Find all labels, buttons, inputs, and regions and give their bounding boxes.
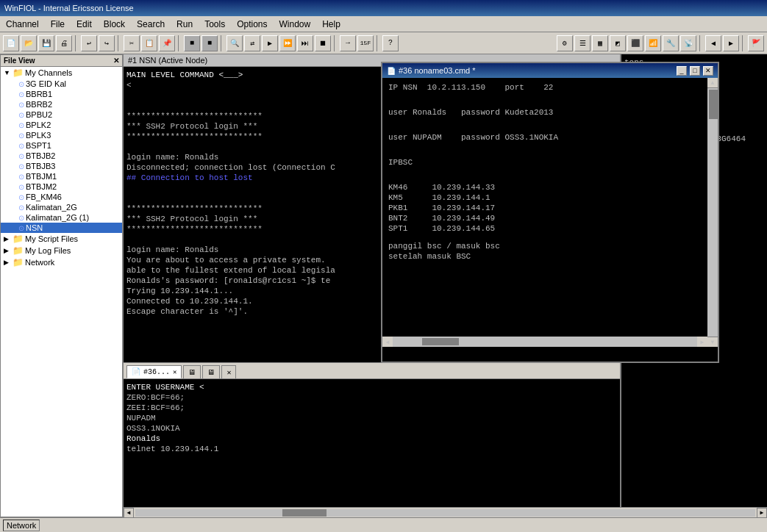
tree-kalimatan-2g-1[interactable]: ⊙ Kalimatan_2G (1) [1, 212, 122, 223]
tb-r7[interactable]: 🔧 [663, 35, 679, 51]
tree-label-bplk2: BPLK2 [26, 121, 51, 129]
tree-bpbu2[interactable]: ⊙ BPBU2 [1, 109, 122, 120]
file-view-header: File View ✕ [1, 55, 122, 67]
main-container: File View ✕ ▼ 📁 My Channels ⊙ 3G EID Kal… [0, 54, 767, 517]
tree-fb-km46[interactable]: ⊙ FB_KM46 [1, 192, 122, 202]
bottom-terminal[interactable]: ENTER USERNAME < ZERO:BCF=66; ZEEI:BCF=6… [124, 378, 620, 507]
tb-r4[interactable]: ◩ [610, 35, 626, 51]
tb-cut[interactable]: ✂ [124, 35, 140, 51]
tree-bplk3[interactable]: ⊙ BPLK3 [1, 130, 122, 140]
file-view-close[interactable]: ✕ [113, 57, 119, 65]
cmd-dialog-titlebar[interactable]: 📄 #36 noname03.cmd * _ □ ✕ [382, 63, 718, 78]
tree-btbjm2[interactable]: ⊙ BTBJM2 [1, 181, 122, 192]
cmd-line-3 [388, 122, 712, 132]
expand-my-channels[interactable]: ▼ [4, 69, 11, 76]
cmd-scroll-thumb[interactable] [709, 90, 719, 119]
hscroll-right-btn[interactable]: ▶ [757, 508, 767, 518]
tree-label-bpbu2: BPBU2 [26, 110, 52, 119]
cmd-close-button[interactable]: ✕ [703, 66, 713, 76]
hscroll-track[interactable] [135, 509, 755, 517]
tb-stop[interactable]: ⏹ [315, 35, 331, 51]
cmd-scrollbar[interactable]: ▲ ▼ [707, 78, 718, 347]
tb-print[interactable]: 🖨 [56, 35, 72, 51]
sep1 [75, 35, 78, 51]
tb-paste[interactable]: 📌 [159, 35, 175, 51]
cmd-restore-button[interactable]: □ [690, 66, 700, 76]
tb-replace[interactable]: ⇄ [244, 35, 260, 51]
cmd-hscroll-thumb[interactable] [422, 338, 459, 345]
folder-icon-logs: 📁 [13, 245, 24, 256]
cmd-minimize-button[interactable]: _ [677, 66, 687, 76]
menu-edit[interactable]: Edit [71, 18, 98, 31]
tb-open[interactable]: 📂 [21, 35, 37, 51]
tab-close-all[interactable]: ✕ [221, 365, 236, 378]
tb-arrow[interactable]: → [340, 35, 356, 51]
menu-tools[interactable]: Tools [199, 18, 231, 31]
menu-options[interactable]: Options [231, 18, 273, 31]
tb-run1[interactable]: ▶ [262, 35, 278, 51]
menu-search[interactable]: Search [131, 18, 171, 31]
cmd-scroll-down[interactable]: ▼ [707, 337, 718, 347]
tb-run3[interactable]: ⏭ [297, 35, 313, 51]
cmd-line-6: IPBSC [388, 157, 712, 168]
channel-icon-8: ⊙ [18, 152, 24, 160]
tb-run2[interactable]: ⏩ [279, 35, 296, 51]
cmd-hscroll-right[interactable]: ▶ [697, 337, 707, 347]
tb-help[interactable]: ? [382, 35, 399, 51]
menu-window[interactable]: Window [274, 18, 317, 31]
tb-arrow-right[interactable]: ▶ [723, 35, 739, 51]
menu-help[interactable]: Help [316, 18, 346, 31]
channel-icon-9: ⊙ [18, 162, 24, 170]
tree-my-channels[interactable]: ▼ 📁 My Channels [1, 67, 122, 79]
tb-copy[interactable]: 📋 [141, 35, 157, 51]
tree-btbjb3[interactable]: ⊙ BTBJB3 [1, 161, 122, 171]
expand-network[interactable]: ▶ [4, 259, 11, 266]
tree-bplk2[interactable]: ⊙ BPLK2 [1, 120, 122, 130]
tb-new[interactable]: 📄 [3, 35, 19, 51]
tb-b2[interactable]: ■ [201, 35, 218, 51]
hscroll-thumb[interactable] [282, 509, 327, 517]
tab-36[interactable]: 📄 #36... ✕ [126, 365, 182, 378]
cmd-line-11: BNT2 10.239.144.49 [388, 213, 712, 223]
tb-r6[interactable]: 📶 [645, 35, 661, 51]
tb-save[interactable]: 💾 [38, 35, 54, 51]
tree-btbjm1[interactable]: ⊙ BTBJM1 [1, 171, 122, 181]
expand-log-files[interactable]: ▶ [4, 247, 11, 254]
h-scrollbar[interactable]: ◀ ▶ [124, 507, 767, 517]
tree-3g-eid-kal[interactable]: ⊙ 3G EID Kal [1, 79, 122, 89]
menu-block[interactable]: Block [98, 18, 131, 31]
tab-monitor-2[interactable]: 🖥 [202, 365, 220, 378]
tb-r3[interactable]: ▦ [592, 35, 608, 51]
tb-arrow-left[interactable]: ◀ [705, 35, 721, 51]
tb-15f[interactable]: 15F [357, 35, 374, 51]
tree-bbrb1[interactable]: ⊙ BBRB1 [1, 89, 122, 99]
menu-run[interactable]: Run [171, 18, 199, 31]
tab-monitor-1[interactable]: 🖥 [183, 365, 201, 378]
tb-r2[interactable]: ☰ [574, 35, 591, 51]
tb-r5[interactable]: ⬛ [627, 35, 643, 51]
tree-network[interactable]: ▶ 📁 Network [1, 256, 122, 268]
tb-redo[interactable]: ↪ [99, 35, 115, 51]
cmd-hscrollbar[interactable]: ◀ ▶ [382, 337, 707, 347]
tree-bspt1[interactable]: ⊙ BSPT1 [1, 140, 122, 151]
tb-undo[interactable]: ↩ [81, 35, 97, 51]
tab-36-close[interactable]: ✕ [173, 368, 176, 376]
menu-file[interactable]: File [45, 18, 71, 31]
tree-my-log-files[interactable]: ▶ 📁 My Log Files [1, 245, 122, 256]
tb-b1[interactable]: ■ [184, 35, 200, 51]
tree-bbrb2[interactable]: ⊙ BBRB2 [1, 99, 122, 109]
menu-channel[interactable]: Channel [0, 18, 45, 31]
cmd-hscroll-left[interactable]: ◀ [382, 337, 393, 347]
tb-r8[interactable]: 📡 [680, 35, 696, 51]
tb-flag[interactable]: 🚩 [748, 35, 764, 51]
tree-kalimatan-2g[interactable]: ⊙ Kalimatan_2G [1, 202, 122, 212]
tree-my-script-files[interactable]: ▶ 📁 My Script Files [1, 233, 122, 245]
tree-nsn[interactable]: ⊙ NSN [1, 223, 122, 233]
cmd-scroll-up[interactable]: ▲ [707, 78, 718, 88]
tree-btbjb2[interactable]: ⊙ BTBJB2 [1, 151, 122, 161]
tab-monitor-1-icon: 🖥 [188, 368, 196, 377]
tb-r1[interactable]: ⚙ [557, 35, 573, 51]
hscroll-left-btn[interactable]: ◀ [124, 508, 134, 518]
expand-script-files[interactable]: ▶ [4, 235, 11, 242]
tb-find[interactable]: 🔍 [226, 35, 243, 51]
